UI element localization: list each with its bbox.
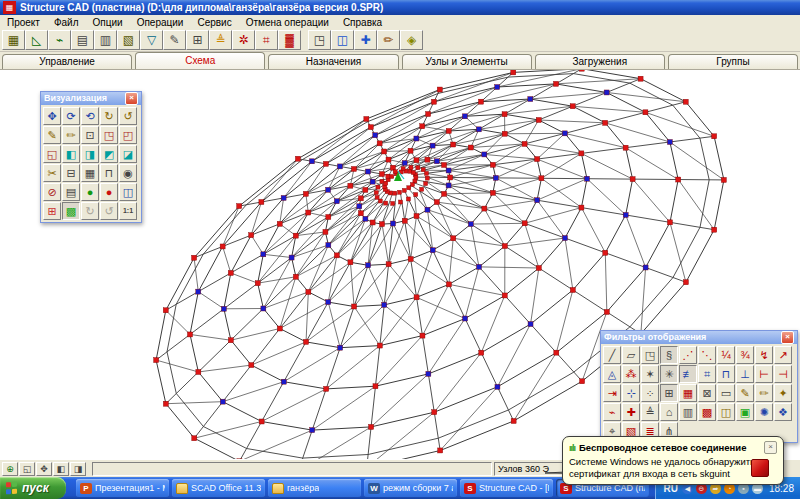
display-filters-titlebar[interactable]: Фильтры отображения × — [601, 331, 797, 344]
filter-grid-lines-button[interactable]: ⌗ — [698, 365, 716, 383]
menu-servis[interactable]: Сервис — [190, 17, 238, 28]
tab-gruppy[interactable]: Группы — [668, 54, 798, 69]
spin-view-button[interactable]: ✥ — [43, 107, 61, 125]
menu-fail[interactable]: Файл — [47, 17, 86, 28]
gen-frame-tool[interactable]: ▦ — [2, 30, 25, 50]
task-scad-office-folder[interactable]: SCAD Office 11.3 — [172, 479, 265, 497]
frame-filter-tool[interactable]: ◳ — [308, 30, 331, 50]
gen-slab-tool[interactable]: ▥ — [94, 30, 117, 50]
filter-rooms-button[interactable]: ⌂ — [660, 403, 678, 421]
filter-plates-button[interactable]: ▱ — [622, 346, 640, 364]
filter-ui-grid-button[interactable]: ⊞ — [660, 384, 678, 402]
scale-1-1-button[interactable]: 1:1 — [119, 202, 137, 220]
gen-dense-grid-tool[interactable]: ▓ — [278, 30, 301, 50]
filter-diagram-button[interactable]: ▣ — [736, 403, 754, 421]
filter-springs-button[interactable]: § — [660, 346, 678, 364]
select-fragment-button[interactable]: ⊡ — [81, 126, 99, 144]
filter-paint-button[interactable]: ✎ — [736, 384, 754, 402]
gen-rod-series-tool[interactable]: ⌁ — [48, 30, 71, 50]
filter-element-numbers-button[interactable]: ⋱ — [698, 346, 716, 364]
iso-view-2-button[interactable]: ◧ — [62, 145, 80, 163]
task-structure-cad-doc[interactable]: SStructure CAD - [D:\... — [460, 479, 553, 497]
start-button[interactable]: пуск — [0, 477, 66, 499]
filter-groups-button[interactable]: ✚ — [622, 403, 640, 421]
gen-mesh-tool[interactable]: ⊞ — [186, 30, 209, 50]
filter-schema-grid-button[interactable]: ▦ — [679, 384, 697, 402]
status-coords-button[interactable]: ⊕ — [2, 462, 18, 476]
task-word-doc[interactable]: Wрежим сборки 7 апр... — [364, 479, 457, 497]
gen-truss-tool[interactable]: ◺ — [25, 30, 48, 50]
zoom-button[interactable]: ◉ — [119, 164, 137, 182]
visualization-panel-titlebar[interactable]: Визуализация × — [41, 92, 141, 105]
menu-operatsii[interactable]: Операции — [130, 17, 191, 28]
filter-local-axes-button[interactable]: ↗ — [774, 346, 792, 364]
tab-upravlenie[interactable]: Управление — [2, 54, 132, 69]
filter-merged-nodes-button[interactable]: ✳ — [660, 365, 678, 383]
filter-beam-button[interactable]: ✺ — [755, 403, 773, 421]
iso-view-5-button[interactable]: ◪ — [119, 145, 137, 163]
redo-view-button[interactable]: ↺ — [100, 202, 118, 220]
undo-view-button[interactable]: ↻ — [81, 202, 99, 220]
iso-view-1-button[interactable]: ◱ — [43, 145, 61, 163]
close-icon[interactable]: × — [781, 331, 794, 344]
node-transfer-tool[interactable]: ✏ — [377, 30, 400, 50]
filter-loads-button[interactable]: ⁂ — [622, 365, 640, 383]
rotate-x-cw-button[interactable]: ⟳ — [62, 107, 80, 125]
menu-proekt[interactable]: Проект — [0, 17, 47, 28]
scad-cube-icon[interactable] — [751, 459, 769, 477]
gen-assembly-tool[interactable]: ≜ — [209, 30, 232, 50]
filter-profiles-button[interactable]: ▭ — [717, 384, 735, 402]
filter-node-numbers-button[interactable]: ⋰ — [679, 346, 697, 364]
task-presentation[interactable]: PПрезентация1 - Micr... — [76, 479, 169, 497]
filter-wire-button[interactable]: ⌁ — [603, 403, 621, 421]
filter-weights-button[interactable]: ≜ — [641, 403, 659, 421]
sketch-mode-tool[interactable]: ◈ — [400, 30, 423, 50]
filter-supports-button[interactable]: ◬ — [603, 365, 621, 383]
confirm-button[interactable]: ● — [81, 183, 99, 201]
filter-keys-button[interactable]: ✦ — [774, 384, 792, 402]
gen-surface-tool[interactable]: ✎ — [163, 30, 186, 50]
green-grid-button[interactable]: ▩ — [62, 202, 80, 220]
merge-schema-tool[interactable]: ✚ — [354, 30, 377, 50]
copy-schema-tool[interactable]: ◫ — [331, 30, 354, 50]
cut-fragment-button[interactable]: ✂ — [43, 164, 61, 182]
filter-solids-button[interactable]: ◳ — [641, 346, 659, 364]
filter-crossed-grid-button[interactable]: ⊠ — [698, 384, 716, 402]
proj-xoy-button[interactable]: ◳ — [100, 126, 118, 144]
rotate-x-ccw-button[interactable]: ⟲ — [81, 107, 99, 125]
print-button[interactable]: ▤ — [62, 183, 80, 201]
zoom-off-button[interactable]: ⊘ — [43, 183, 61, 201]
iso-view-3-button[interactable]: ◨ — [81, 145, 99, 163]
gen-grid-tool[interactable]: ▤ — [71, 30, 94, 50]
dimensions-button[interactable]: ⊟ — [62, 164, 80, 182]
cancel-button[interactable]: ● — [100, 183, 118, 201]
filter-stiffness-button[interactable]: ↯ — [755, 346, 773, 364]
filter-releases-button[interactable]: ⊣ — [774, 365, 792, 383]
sketch-projection-button[interactable]: ✎ — [43, 126, 61, 144]
filter-brush-button[interactable]: ✏ — [755, 384, 773, 402]
filter-constraints-button[interactable]: ⊥ — [736, 365, 754, 383]
gen-red-grid-tool[interactable]: ⌗ — [255, 30, 278, 50]
gen-funnel-tool[interactable]: ▽ — [140, 30, 163, 50]
close-icon[interactable]: × — [764, 441, 777, 454]
gen-points-tool[interactable]: ✲ — [232, 30, 255, 50]
filter-rod-types-button[interactable]: ¼ — [717, 346, 735, 364]
menu-spravka[interactable]: Справка — [336, 17, 389, 28]
filter-shading-button[interactable]: ▥ — [679, 403, 697, 421]
sketch-projection-2-button[interactable]: ✏ — [62, 126, 80, 144]
preview-window-button[interactable]: ◫ — [119, 183, 137, 201]
close-icon[interactable]: × — [125, 92, 138, 105]
filter-ties-button[interactable]: ⊢ — [755, 365, 773, 383]
proj-xoz-button[interactable]: ◰ — [119, 126, 137, 144]
status-snap-button[interactable]: ◱ — [19, 462, 35, 476]
filter-rigid-links-button[interactable]: ⊓ — [717, 365, 735, 383]
bench-filter-button[interactable]: ⊓ — [100, 164, 118, 182]
filter-rods-button[interactable]: ╱ — [603, 346, 621, 364]
red-grid-button[interactable]: ⊞ — [43, 202, 61, 220]
filter-load-values-button[interactable]: ⇥ — [603, 384, 621, 402]
tab-zagruzheniya[interactable]: Загружения — [535, 54, 665, 69]
gen-shell-tool[interactable]: ▧ — [117, 30, 140, 50]
status-axes-button[interactable]: ✥ — [36, 462, 52, 476]
filter-plane-button[interactable]: ❖ — [774, 403, 792, 421]
menu-optsii[interactable]: Опции — [86, 17, 130, 28]
